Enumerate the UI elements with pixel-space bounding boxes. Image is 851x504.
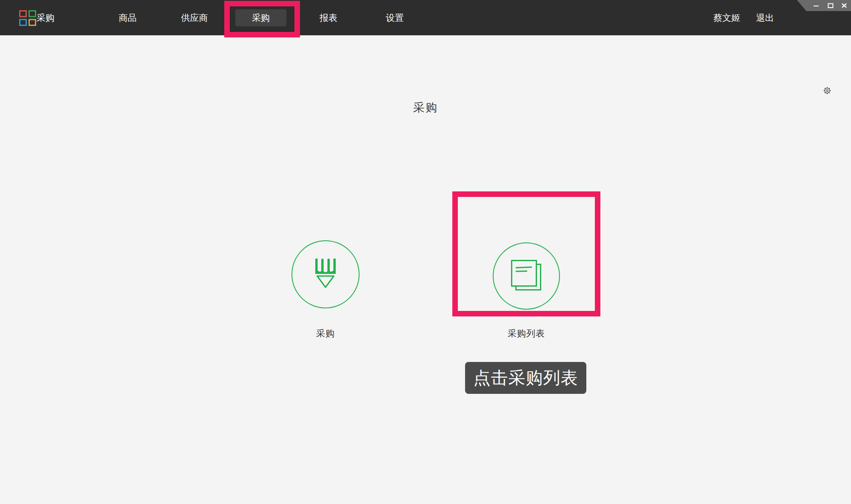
purchase-button[interactable] [291,240,360,308]
documents-icon [511,260,542,293]
window-controls [797,0,851,11]
module-title: 采购 [37,12,54,24]
nav-tab-purchase-active[interactable]: 采购 [235,9,286,26]
top-navigation-bar: 采购 商品 供应商 采购 报表 设置 蔡文姬 退出 [0,0,851,35]
gear-icon[interactable] [822,86,832,95]
nav-item-products[interactable]: 商品 [119,12,137,24]
purchase-list-button[interactable] [493,242,560,310]
tutorial-tooltip-text: 点击采购列表 [474,366,578,390]
main-content: 采购 [0,35,851,504]
logout-button[interactable]: 退出 [756,12,774,24]
nav-item-suppliers[interactable]: 供应商 [181,12,208,24]
pencil-icon [315,259,336,290]
nav-item-settings[interactable]: 设置 [386,12,404,24]
purchase-list-button-label[interactable]: 采购列表 [508,327,545,339]
maximize-icon[interactable] [824,0,837,11]
user-name[interactable]: 蔡文姬 [714,12,740,24]
close-icon[interactable] [838,0,851,11]
purchase-button-label[interactable]: 采购 [316,327,335,339]
nav-tab-purchase-label: 采购 [252,12,270,24]
tutorial-tooltip: 点击采购列表 [465,362,586,394]
minimize-icon[interactable] [810,0,822,11]
nav-item-reports[interactable]: 报表 [320,12,337,24]
app-grid-logo-icon[interactable] [19,10,36,26]
page-title: 采购 [0,100,851,115]
